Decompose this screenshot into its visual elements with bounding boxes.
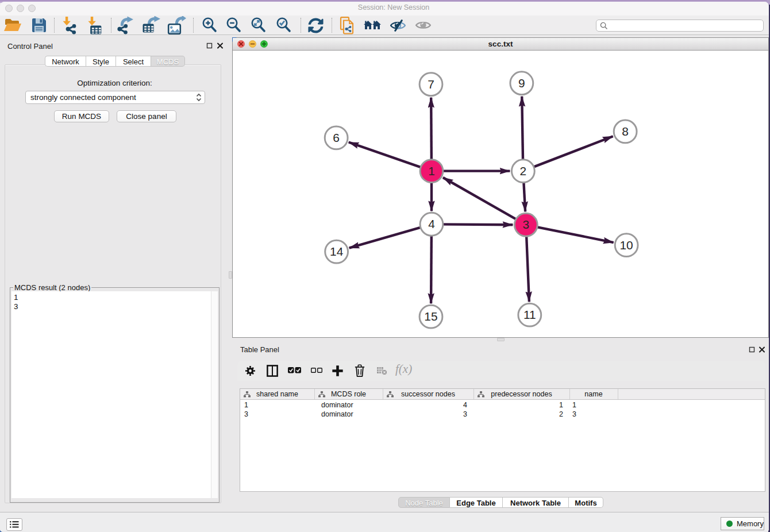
svg-text:10: 10: [619, 238, 633, 252]
svg-text:3: 3: [523, 218, 530, 231]
svg-text:9: 9: [518, 76, 525, 90]
svg-text:15: 15: [424, 310, 437, 323]
svg-text:8: 8: [622, 125, 629, 138]
svg-text:11: 11: [523, 308, 536, 321]
svg-text:6: 6: [333, 131, 340, 144]
svg-text:4: 4: [428, 217, 435, 230]
svg-text:1: 1: [428, 164, 435, 178]
svg-text:2: 2: [520, 164, 527, 178]
svg-text:14: 14: [330, 245, 344, 258]
svg-text:7: 7: [428, 78, 434, 91]
